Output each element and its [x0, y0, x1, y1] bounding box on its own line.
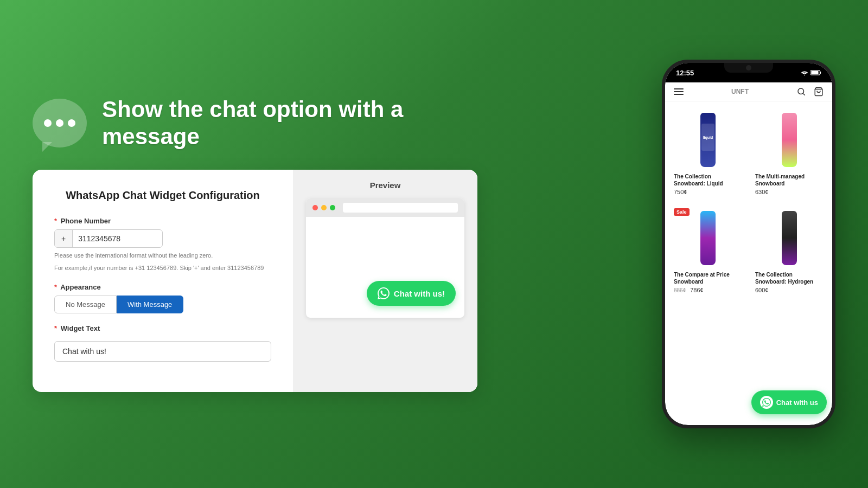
cart-icon[interactable]: [814, 87, 824, 97]
hero-area: Show the chat option with a message: [33, 96, 629, 151]
product-price-3: 786¢: [690, 287, 703, 293]
appearance-toggle: No Message With Message: [54, 296, 271, 313]
phone-camera: [746, 65, 751, 70]
main-layout: Show the chat option with a message What…: [33, 60, 835, 428]
phone-status-icons: [801, 69, 821, 76]
appearance-group: * Appearance No Message With Message: [54, 283, 271, 313]
browser-mock: Chat with us!: [306, 198, 464, 318]
phone-mockup-container: 12:55: [662, 60, 835, 428]
whatsapp-icon: [378, 287, 390, 299]
svg-rect-3: [811, 71, 818, 74]
widget-text-group: * Widget Text: [54, 324, 271, 362]
search-icon[interactable]: [796, 87, 806, 97]
phone-hint-2: For example,if your number is +31 123456…: [54, 264, 271, 273]
product-img-4: [755, 208, 824, 268]
preview-title: Preview: [306, 181, 464, 190]
phone-input-row: +: [54, 229, 163, 248]
phone-screen: 12:55: [665, 63, 832, 425]
store-name: UNFT: [731, 88, 749, 95]
product-img-1: liquid: [674, 110, 742, 170]
sale-badge: Sale: [674, 208, 690, 216]
chat-dots: [44, 119, 75, 127]
widget-text-label: * Widget Text: [54, 324, 271, 332]
hero-title: Show the chat option with a message: [102, 96, 403, 151]
product-item-2[interactable]: The Multi-managed Snowboard 630¢: [751, 106, 828, 200]
whatsapp-icon-circle: [760, 396, 773, 409]
phone-status-bar: 12:55: [665, 63, 832, 82]
widget-text-input[interactable]: [54, 341, 271, 362]
snowboard-img-2: [782, 113, 797, 167]
product-name-4: The Collection Snowboard: Hydrogen: [755, 271, 824, 285]
config-form: WhatsApp Chat Widget Configuration * Pho…: [33, 170, 293, 392]
phone-hint-1: Please use the international format with…: [54, 251, 271, 260]
product-price-old-3: 886¢: [674, 287, 686, 293]
snowboard-img-1: liquid: [700, 113, 716, 167]
snowboard-img-4: [782, 211, 797, 265]
snowboard-img-3: [700, 211, 716, 265]
wifi-icon: [801, 69, 808, 76]
no-message-btn[interactable]: No Message: [54, 296, 117, 313]
phone-notch: [724, 63, 773, 73]
preview-section: Preview Chat with us!: [293, 170, 477, 392]
with-message-btn[interactable]: With Message: [117, 296, 183, 313]
whatsapp-svg: [762, 398, 771, 407]
config-title: WhatsApp Chat Widget Configuration: [54, 189, 271, 202]
chat-dot-1: [44, 119, 52, 127]
left-panel: Show the chat option with a message What…: [33, 96, 629, 393]
config-preview-card: WhatsApp Chat Widget Configuration * Pho…: [33, 170, 477, 392]
product-name-3: The Compare at Price Snowboard: [674, 271, 742, 285]
svg-line-5: [803, 93, 805, 95]
svg-rect-2: [820, 72, 821, 74]
hamburger-icon[interactable]: [674, 88, 684, 95]
phone-label: * Phone Number: [54, 217, 271, 225]
product-item-3[interactable]: Sale The Compare at Price Snowboard 886¢…: [669, 204, 746, 298]
phone-chat-label: Chat with us: [776, 399, 818, 407]
phone-number-input[interactable]: [73, 230, 154, 247]
browser-content: Chat with us!: [306, 217, 464, 314]
browser-dot-red: [312, 205, 318, 210]
svg-point-4: [798, 88, 804, 94]
browser-dot-yellow: [321, 205, 327, 210]
phone-number-group: * Phone Number + Please use the internat…: [54, 217, 271, 272]
phone-navbar: UNFT: [665, 82, 832, 101]
browser-address-bar: [343, 203, 458, 213]
chat-bubble-icon: [33, 99, 87, 147]
nav-icons: [796, 87, 824, 97]
product-grid: liquid The Collection Snowboard: Liquid …: [665, 101, 832, 302]
chat-dot-3: [68, 119, 75, 127]
phone-chat-widget[interactable]: Chat with us: [751, 390, 827, 414]
product-item-4[interactable]: The Collection Snowboard: Hydrogen 600¢: [751, 204, 828, 298]
preview-chat-label: Chat with us!: [394, 289, 445, 298]
browser-topbar: [306, 198, 464, 217]
chat-dot-2: [56, 119, 63, 127]
svg-point-0: [804, 75, 805, 76]
product-name-1: The Collection Snowboard: Liquid: [674, 173, 742, 187]
browser-dot-green: [330, 205, 335, 210]
phone-mockup: 12:55: [662, 60, 835, 428]
appearance-label: * Appearance: [54, 283, 271, 291]
product-price-4: 600¢: [755, 287, 824, 293]
battery-icon: [810, 69, 821, 76]
phone-prefix: +: [55, 230, 73, 247]
product-price-1: 750¢: [674, 189, 742, 195]
product-price-row-3: 886¢ 786¢: [674, 287, 742, 293]
product-item-1[interactable]: liquid The Collection Snowboard: Liquid …: [669, 106, 746, 200]
product-name-2: The Multi-managed Snowboard: [755, 173, 824, 187]
product-img-3: [674, 208, 742, 268]
product-price-2: 630¢: [755, 189, 824, 195]
product-img-2: [755, 110, 824, 170]
phone-time: 12:55: [676, 69, 694, 77]
preview-chat-widget-btn[interactable]: Chat with us!: [367, 281, 456, 306]
